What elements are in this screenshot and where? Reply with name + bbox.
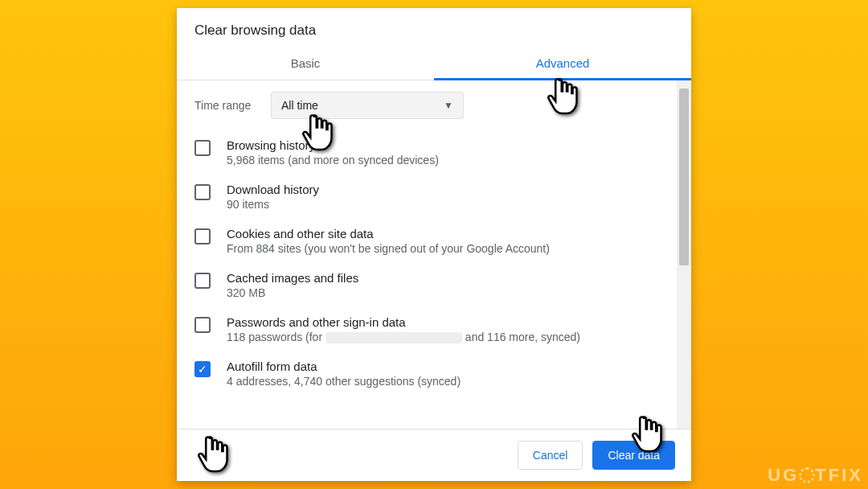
checkbox-autofill[interactable]: ✓: [194, 361, 211, 377]
dialog-footer: Cancel Clear data: [177, 429, 691, 481]
chevron-down-icon: ▼: [444, 100, 453, 111]
redacted-account: [326, 332, 462, 343]
option-cookies: Cookies and other site data From 884 sit…: [194, 219, 670, 263]
option-title: Cached images and files: [227, 271, 670, 285]
option-sub-suffix: and 116 more, synced): [465, 331, 580, 343]
tab-bar: Basic Advanced: [177, 45, 691, 80]
checkbox-cached-images[interactable]: [194, 273, 211, 289]
watermark: UGTFIX: [768, 465, 863, 486]
option-title: Cookies and other site data: [227, 227, 670, 240]
option-title: Download history: [227, 183, 670, 196]
time-range-row: Time range All time ▼: [194, 87, 670, 130]
dialog-body: Time range All time ▼ Browsing history 5…: [177, 80, 691, 429]
watermark-text: TFIX: [815, 465, 863, 485]
option-sub: 5,968 items (and more on synced devices): [227, 154, 670, 166]
time-range-label: Time range: [194, 99, 271, 112]
option-browsing-history: Browsing history 5,968 items (and more o…: [194, 130, 670, 175]
clear-browsing-data-dialog: Clear browsing data Basic Advanced Time …: [177, 8, 691, 481]
checkbox-browsing-history[interactable]: [194, 140, 211, 156]
option-sub-prefix: 118 passwords (for: [227, 331, 326, 343]
option-sub: 90 items: [227, 198, 670, 211]
option-sub: From 884 sites (you won't be signed out …: [227, 242, 670, 255]
dialog-title: Clear browsing data: [177, 8, 691, 45]
checkbox-passwords[interactable]: [194, 317, 211, 333]
watermark-text: UG: [768, 465, 799, 485]
time-range-select[interactable]: All time ▼: [271, 92, 464, 119]
option-title: Passwords and other sign-in data: [227, 315, 670, 329]
option-autofill: ✓ Autofill form data 4 addresses, 4,740 …: [194, 351, 670, 396]
option-download-history: Download history 90 items: [194, 175, 670, 219]
cancel-button[interactable]: Cancel: [518, 441, 583, 470]
option-title: Autofill form data: [227, 360, 670, 373]
clear-data-button[interactable]: Clear data: [592, 441, 675, 470]
option-title: Browsing history: [227, 138, 670, 152]
option-cached-images: Cached images and files 320 MB: [194, 263, 670, 307]
tab-basic[interactable]: Basic: [177, 45, 434, 80]
scrollbar-thumb[interactable]: [679, 88, 689, 265]
tab-advanced[interactable]: Advanced: [434, 45, 691, 80]
time-range-value: All time: [281, 99, 318, 112]
check-icon: ✓: [198, 364, 207, 375]
option-sub: 4 addresses, 4,740 other suggestions (sy…: [227, 375, 670, 388]
option-passwords: Passwords and other sign-in data 118 pas…: [194, 307, 670, 351]
checkbox-download-history[interactable]: [194, 184, 211, 200]
options-list: Time range All time ▼ Browsing history 5…: [177, 80, 677, 429]
gear-icon: [799, 467, 815, 483]
option-sub: 320 MB: [227, 286, 670, 299]
scrollbar[interactable]: [677, 80, 691, 429]
option-sub: 118 passwords (for and 116 more, synced): [227, 331, 670, 343]
checkbox-cookies[interactable]: [194, 228, 211, 244]
